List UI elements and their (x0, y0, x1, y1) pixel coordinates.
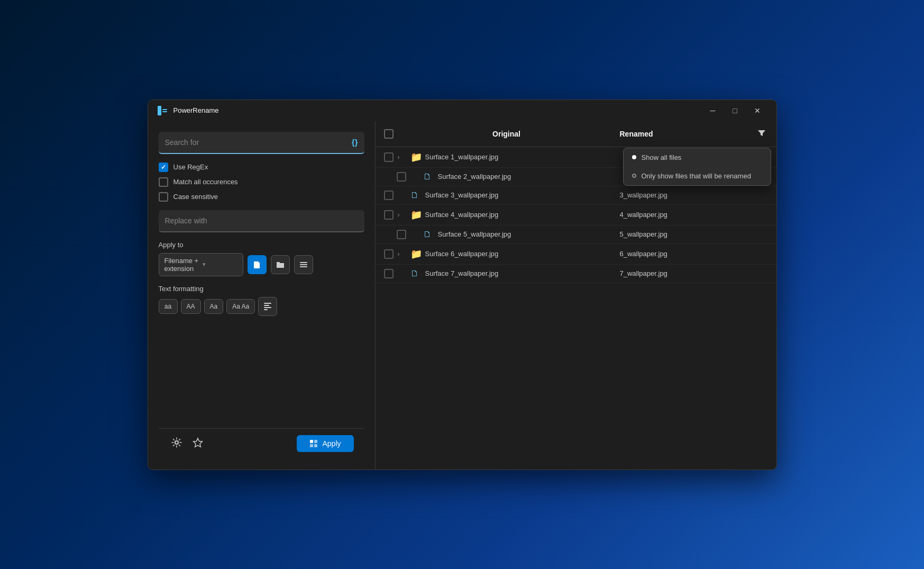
maximize-button[interactable]: □ (725, 102, 746, 119)
svg-rect-13 (314, 440, 317, 443)
uppercase-btn[interactable]: AA (181, 299, 201, 314)
list-icon-button[interactable] (294, 255, 313, 274)
apply-to-section: Apply to Filename + extension ▾ (159, 241, 364, 276)
svg-rect-12 (310, 440, 313, 443)
right-panel: Original Renamed Show all files (376, 121, 776, 469)
doc-icon: 🗋 (423, 172, 434, 182)
replace-input-group (159, 210, 364, 232)
file-renamed: 3_wallpaper.jpg (620, 191, 768, 199)
titlebar: PowerRename ─ □ ✕ (148, 100, 776, 121)
left-panel: {} ✓ Use RegEx Match all occurences Ca (148, 121, 376, 469)
minimize-button[interactable]: ─ (702, 102, 724, 119)
match-all-box (159, 177, 168, 187)
file-name: Surface 5_wallpaper.jpg (438, 230, 616, 238)
row-checkbox[interactable] (384, 152, 394, 162)
row-checkbox[interactable] (384, 269, 394, 278)
svg-marker-11 (193, 438, 202, 447)
app-icon (157, 105, 168, 116)
chevron-down-icon: ▾ (203, 261, 237, 268)
table-row: 🗋 Surface 3_wallpaper.jpg 3_wallpaper.jp… (376, 186, 776, 205)
svg-rect-2 (162, 111, 167, 112)
doc-icon: 🗋 (410, 191, 421, 200)
file-table-header: Original Renamed (376, 121, 776, 147)
inactive-dot (632, 174, 636, 178)
row-checkbox[interactable] (397, 230, 406, 239)
table-row: › 📁 Surface 4_wallpaper.jpg 4_wallpaper.… (376, 205, 776, 225)
search-input-group: {} (159, 132, 364, 154)
case-sensitive-box (159, 192, 168, 202)
folder-icon: 📁 (410, 209, 421, 221)
match-all-label: Match all occurences (173, 178, 238, 186)
file-name: Surface 7_wallpaper.jpg (425, 269, 616, 277)
case-sensitive-checkbox[interactable]: Case sensitive (159, 192, 364, 202)
replace-input[interactable] (165, 216, 358, 225)
filter-option-all[interactable]: Show all files (624, 148, 771, 167)
expand-icon[interactable]: › (398, 211, 406, 219)
camelcase-btn[interactable]: Aa Aa (226, 299, 255, 314)
col-renamed-header: Renamed (620, 128, 768, 140)
titlebar-controls: ─ □ ✕ (702, 102, 768, 119)
app-title: PowerRename (173, 106, 219, 114)
search-input-wrap: {} (159, 132, 364, 154)
doc-icon: 🗋 (423, 230, 434, 239)
bottom-left-buttons (169, 435, 205, 453)
text-align-btn[interactable] (258, 297, 277, 316)
replace-input-wrap (159, 210, 364, 232)
folder-icon-button[interactable] (271, 255, 290, 274)
apply-button[interactable]: Apply (297, 435, 353, 452)
svg-rect-0 (158, 106, 161, 115)
svg-rect-6 (264, 303, 271, 304)
expand-icon[interactable]: › (398, 250, 406, 258)
filter-button[interactable] (755, 128, 768, 140)
use-regex-checkbox[interactable]: ✓ Use RegEx (159, 162, 364, 172)
svg-rect-1 (162, 109, 167, 110)
svg-rect-15 (314, 444, 317, 447)
apply-to-dropdown[interactable]: Filename + extension ▾ (159, 253, 243, 276)
titlebar-left: PowerRename (157, 105, 219, 116)
filter-dropdown: Show all files Only show files that will… (623, 148, 771, 186)
row-checkbox[interactable] (384, 249, 394, 259)
case-sensitive-label: Case sensitive (173, 193, 218, 201)
svg-rect-14 (310, 444, 313, 447)
regex-button[interactable]: {} (352, 138, 358, 147)
svg-rect-4 (300, 264, 307, 265)
file-renamed: 4_wallpaper.jpg (620, 211, 768, 219)
use-regex-check: ✓ (161, 164, 166, 171)
lowercase-btn[interactable]: aa (159, 299, 178, 314)
apply-to-row: Filename + extension ▾ (159, 253, 364, 276)
row-checkbox[interactable] (384, 210, 394, 220)
doc-icon: 🗋 (410, 269, 421, 278)
table-row: › 📁 Surface 6_wallpaper.jpg 6_wallpaper.… (376, 244, 776, 265)
row-checkbox[interactable] (384, 191, 394, 200)
file-name: Surface 3_wallpaper.jpg (425, 191, 616, 199)
settings-button[interactable] (169, 435, 184, 453)
file-list: › 📁 Surface 1_wallpaper.jpg 🗋 Surface 2_… (376, 147, 776, 469)
filter-option-renamed[interactable]: Only show files that will be renamed (624, 167, 771, 185)
svg-point-10 (175, 441, 178, 444)
col-original-header: Original (398, 130, 616, 138)
match-all-checkbox[interactable]: Match all occurences (159, 177, 364, 187)
checkboxes-group: ✓ Use RegEx Match all occurences Case se… (159, 162, 364, 202)
expand-icon[interactable]: › (398, 153, 406, 161)
apply-btn-label: Apply (322, 439, 341, 448)
svg-rect-5 (300, 266, 307, 267)
apply-to-value: Filename + extension (164, 257, 199, 273)
table-row: 🗋 Surface 5_wallpaper.jpg 5_wallpaper.jp… (376, 225, 776, 244)
use-regex-box: ✓ (159, 162, 168, 172)
select-all-checkbox[interactable] (384, 129, 394, 139)
svg-rect-8 (264, 307, 271, 308)
content-area: {} ✓ Use RegEx Match all occurences Ca (148, 121, 776, 469)
row-checkbox[interactable] (397, 172, 406, 182)
table-row: 🗋 Surface 7_wallpaper.jpg 7_wallpaper.jp… (376, 265, 776, 283)
svg-rect-9 (264, 309, 268, 310)
bottom-bar: Apply (159, 428, 364, 459)
filter-renamed-label: Only show files that will be renamed (642, 172, 751, 180)
main-window: PowerRename ─ □ ✕ {} ✓ (148, 100, 777, 470)
svg-rect-3 (300, 262, 307, 263)
titlecase-btn[interactable]: Aa (204, 299, 224, 314)
search-input[interactable] (165, 138, 352, 147)
filter-all-label: Show all files (642, 153, 682, 161)
star-button[interactable] (190, 435, 205, 453)
close-button[interactable]: ✕ (747, 102, 768, 119)
file-icon-button[interactable] (248, 255, 267, 274)
